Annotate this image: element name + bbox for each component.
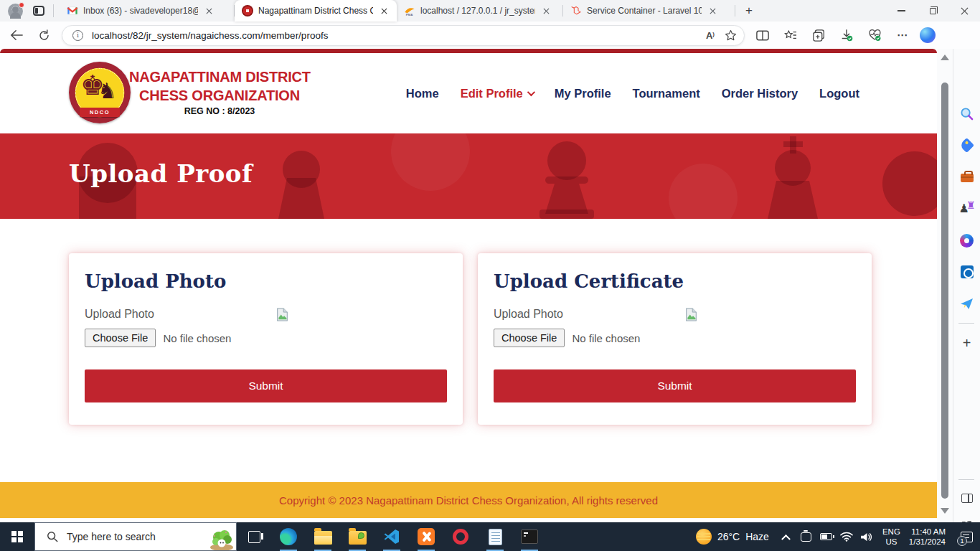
search-highlight-image[interactable]	[206, 529, 235, 550]
tab-laravel[interactable]: Service Container - Laravel 10.x -	[563, 0, 735, 22]
read-aloud-icon[interactable]: A)	[706, 30, 715, 41]
tab-title: Service Container - Laravel 10.x -	[587, 6, 702, 16]
vertical-scrollbar[interactable]	[937, 49, 953, 522]
tab-phpmyadmin[interactable]: PMA localhost / 127.0.0.1 / jr_system /	[397, 0, 563, 22]
choose-file-button[interactable]: Choose File	[494, 329, 565, 347]
taskbar-search[interactable]: Type here to search	[34, 522, 237, 551]
info-icon[interactable]: i	[72, 30, 83, 41]
nav-tournament[interactable]: Tournament	[633, 87, 700, 100]
taskbar-edge[interactable]	[271, 522, 306, 551]
org-title-line2: CHESS ORGANIZATION	[129, 86, 310, 105]
file-status-text: No file chosen	[163, 332, 231, 344]
file-input[interactable]: Choose File No file chosen	[85, 329, 231, 347]
tab-title: Inbox (63) - sivadeveloper18@gm	[83, 6, 198, 16]
choose-file-button[interactable]: Choose File	[85, 329, 156, 347]
games-icon[interactable]: ♟♜	[958, 199, 976, 217]
tab-workspaces-icon[interactable]	[33, 6, 44, 16]
tab-title: Nagapattinam District Chess Org	[258, 6, 373, 16]
notification-center-button[interactable]: 1	[953, 522, 980, 551]
taskbar-opera[interactable]	[443, 522, 478, 551]
microsoft365-icon[interactable]	[958, 232, 976, 249]
nav-my-profile[interactable]: My Profile	[555, 87, 611, 100]
tab-gmail[interactable]: Inbox (63) - sivadeveloper18@gm	[60, 0, 235, 22]
collections-icon[interactable]	[808, 25, 829, 45]
close-button[interactable]	[948, 0, 980, 22]
downloads-icon[interactable]	[836, 25, 857, 45]
folder-app-icon	[349, 531, 367, 545]
system-tray: 26°C Haze ENG US 11:40 AM 1/31/2024 1	[689, 522, 980, 551]
browser-tab-bar: Inbox (63) - sivadeveloper18@gm Nagapatt…	[0, 0, 980, 22]
tab-title: localhost / 127.0.0.1 / jr_system /	[420, 6, 535, 16]
tray-expand-button[interactable]	[776, 522, 796, 551]
taskbar-terminal[interactable]	[512, 522, 547, 551]
back-button[interactable]	[6, 24, 27, 46]
taskbar-folder-app[interactable]	[340, 522, 374, 551]
submit-button[interactable]: Submit	[494, 369, 856, 402]
favorite-star-icon[interactable]	[725, 29, 737, 42]
scrollbar-thumb[interactable]	[941, 83, 948, 499]
volume-icon[interactable]	[857, 522, 877, 551]
refresh-button[interactable]	[33, 24, 55, 46]
address-bar[interactable]: i localhost/82/jr_system/nagaichess.com/…	[62, 25, 745, 46]
favorites-list-icon[interactable]	[780, 25, 801, 45]
file-status-text: No file chosen	[572, 332, 640, 344]
file-explorer-icon	[314, 531, 332, 545]
page-title: Upload Proof	[69, 159, 253, 188]
nav-home[interactable]: Home	[406, 87, 439, 100]
file-input[interactable]: Choose File No file chosen	[494, 329, 640, 347]
tab-chess-org-active[interactable]: Nagapattinam District Chess Org	[235, 0, 397, 22]
meet-now-icon[interactable]	[796, 522, 816, 551]
taskbar-xampp[interactable]	[409, 522, 443, 551]
taskbar-vscode[interactable]	[374, 522, 409, 551]
copyright-text: Copyright © 2023 Nagapattinam District C…	[279, 494, 658, 507]
battery-icon[interactable]	[816, 522, 837, 551]
wifi-icon[interactable]	[837, 522, 857, 551]
clock[interactable]: 11:40 AM 1/31/2024	[906, 527, 953, 547]
taskbar-notepad[interactable]	[478, 522, 512, 551]
outlook-icon[interactable]	[958, 263, 976, 281]
restore-button[interactable]	[917, 0, 948, 22]
scroll-down-icon[interactable]	[941, 508, 949, 514]
chevron-up-icon	[782, 534, 791, 543]
upload-certificate-card: Upload Certificate Upload Photo Choose F…	[478, 253, 872, 425]
web-page: ♚ ♞ NDCO NAGAPATTINAM DISTRICT CHESS ORG…	[0, 49, 937, 522]
more-options-icon[interactable]: ⋯	[892, 25, 913, 45]
new-tab-button[interactable]: +	[740, 2, 758, 19]
minimize-button[interactable]	[885, 0, 917, 22]
nav-order-history[interactable]: Order History	[722, 87, 798, 100]
upload-photo-card: Upload Photo Upload Photo Choose File No…	[69, 253, 463, 425]
url-text[interactable]: localhost/82/jr_system/nagaichess.com/me…	[92, 30, 328, 41]
shopping-icon[interactable]	[958, 136, 976, 154]
screen: Inbox (63) - sivadeveloper18@gm Nagapatt…	[0, 0, 980, 551]
browser-essentials-icon[interactable]	[864, 25, 885, 45]
task-view-button[interactable]	[237, 522, 271, 551]
weather-widget[interactable]: 26°C Haze	[689, 522, 776, 551]
split-screen-icon[interactable]	[752, 25, 773, 45]
card-title: Upload Certificate	[494, 270, 856, 292]
tab-close-icon[interactable]	[203, 5, 215, 17]
edge-icon	[280, 528, 297, 545]
taskbar-file-explorer[interactable]	[306, 522, 340, 551]
scroll-up-icon[interactable]	[941, 55, 949, 60]
drop-icon[interactable]	[958, 295, 976, 312]
nav-edit-profile[interactable]: Edit Profile	[461, 87, 533, 100]
language-indicator[interactable]: ENG US	[877, 527, 906, 547]
add-icon[interactable]: +	[958, 334, 976, 352]
temperature: 26°C	[717, 531, 740, 542]
tab-close-icon[interactable]	[378, 5, 390, 17]
tab-close-icon[interactable]	[707, 5, 718, 17]
nav-logout[interactable]: Logout	[819, 87, 859, 100]
phpmyadmin-icon: PMA	[404, 5, 415, 17]
profile-avatar[interactable]	[8, 4, 23, 19]
submit-button[interactable]: Submit	[85, 369, 447, 402]
tab-close-icon[interactable]	[540, 5, 552, 17]
sidebar-search-icon[interactable]	[958, 105, 976, 122]
start-button[interactable]	[0, 522, 34, 551]
copilot-icon[interactable]	[920, 27, 936, 43]
divider	[958, 323, 974, 324]
sidebar-panel-icon[interactable]	[958, 489, 976, 507]
tools-icon[interactable]	[958, 168, 976, 185]
window-controls	[885, 0, 980, 22]
broken-image-icon	[685, 308, 697, 324]
refresh-icon	[38, 29, 50, 42]
